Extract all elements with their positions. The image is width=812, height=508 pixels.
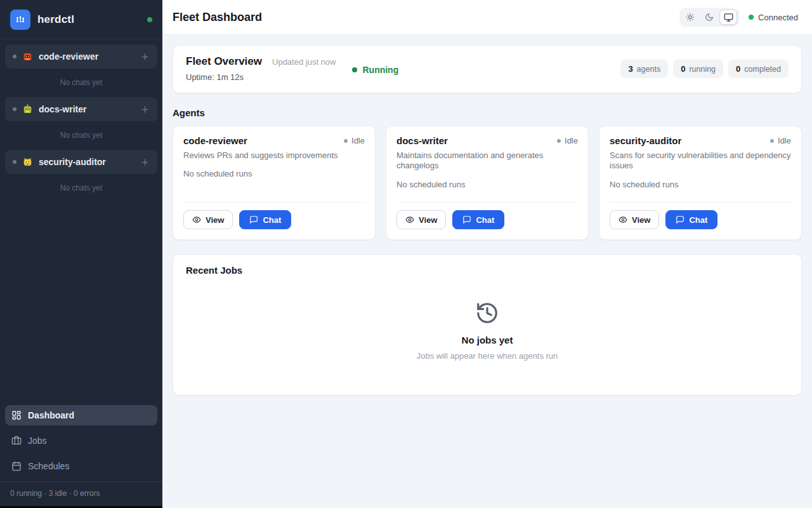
- agent-card-schedule: No scheduled runs: [396, 180, 578, 189]
- new-chat-plus-icon[interactable]: [140, 157, 150, 167]
- sidebar-item-jobs[interactable]: Jobs: [5, 431, 157, 451]
- sidebar-agent-name: docs-writer: [39, 104, 86, 114]
- chat-label: Chat: [476, 215, 494, 225]
- chat-label: Chat: [689, 215, 707, 225]
- sidebar-item-dashboard[interactable]: Dashboard: [5, 405, 157, 425]
- agent-card-description: Scans for security vulnerabilities and d…: [610, 150, 791, 171]
- robot-yellow-icon: [22, 157, 33, 168]
- sidebar-nav: Dashboard Jobs Schedules: [0, 400, 162, 481]
- idle-label: Idle: [778, 136, 791, 145]
- running-label: Running: [362, 65, 398, 75]
- running-count-badge: 0 running: [673, 60, 723, 78]
- agent-card-security-auditor: security-auditor Idle Scans for security…: [599, 126, 802, 240]
- eye-icon: [405, 215, 414, 224]
- chat-bubble-icon: [249, 215, 258, 224]
- sun-icon: [686, 13, 695, 22]
- agent-card-docs-writer: docs-writer Idle Maintains documentation…: [386, 126, 589, 240]
- agent-card-status: Idle: [770, 136, 791, 145]
- agent-card-description: Maintains documentation and generates ch…: [396, 150, 578, 171]
- sidebar-agent-list: code-reviewer No chats yet docs-writer N…: [0, 39, 162, 400]
- connected-label: Connected: [758, 13, 798, 22]
- sidebar-status-summary: 0 running · 3 idle · 0 errors: [0, 481, 162, 506]
- top-header: Fleet Dashboard: [162, 0, 812, 35]
- running-dot: [352, 67, 357, 72]
- jobs-empty-subtitle: Jobs will appear here when agents run: [417, 351, 558, 361]
- connected-dot: [749, 15, 754, 20]
- badge-label: running: [689, 65, 716, 74]
- chat-button[interactable]: Chat: [665, 210, 717, 229]
- no-chats-label: No chats yet: [5, 78, 157, 87]
- view-label: View: [419, 215, 437, 225]
- app-title: herdctl: [37, 13, 74, 26]
- agent-card-name: docs-writer: [396, 135, 448, 146]
- idle-dot: [344, 139, 348, 143]
- agent-card-actions: View Chat: [396, 202, 578, 229]
- agent-status-dot: [13, 55, 16, 58]
- chat-button[interactable]: Chat: [239, 210, 291, 229]
- overview-badges: 3 agents 0 running 0 completed: [620, 60, 789, 78]
- overview-left: Fleet Overview Updated just now Uptime: …: [186, 55, 336, 82]
- sidebar-agent-docs-writer[interactable]: docs-writer: [5, 97, 157, 121]
- sidebar: herdctl code-reviewer No chats yet: [0, 0, 162, 508]
- presence-dot: [147, 17, 152, 22]
- briefcase-icon: [11, 436, 22, 446]
- theme-system-button[interactable]: [719, 10, 737, 25]
- dashboard-icon: [11, 410, 22, 420]
- sidebar-agent-name: code-reviewer: [39, 51, 98, 62]
- no-chats-label: No chats yet: [5, 131, 157, 140]
- sidebar-item-schedules[interactable]: Schedules: [5, 456, 157, 476]
- nav-label: Dashboard: [28, 410, 74, 420]
- main-column: Fleet Dashboard: [162, 0, 812, 508]
- sidebar-agent-name: security-auditor: [39, 157, 106, 167]
- sidebar-agent-code-reviewer[interactable]: code-reviewer: [5, 44, 157, 69]
- page-title: Fleet Dashboard: [173, 11, 262, 24]
- badge-value: 0: [736, 64, 740, 74]
- fleet-overview-card: Fleet Overview Updated just now Uptime: …: [173, 45, 802, 93]
- view-button[interactable]: View: [610, 210, 659, 229]
- theme-light-button[interactable]: [681, 10, 699, 25]
- chat-label: Chat: [263, 215, 281, 225]
- overview-uptime: Uptime: 1m 12s: [186, 72, 336, 82]
- agent-card-status: Idle: [557, 136, 578, 145]
- agents-count-badge: 3 agents: [620, 60, 668, 78]
- idle-label: Idle: [351, 136, 365, 145]
- fleet-status: Running: [352, 65, 398, 75]
- overview-title: Fleet Overview: [186, 55, 262, 68]
- badge-value: 3: [628, 64, 632, 74]
- recent-jobs-heading: Recent Jobs: [186, 265, 789, 276]
- agent-card-actions: View Chat: [183, 202, 365, 229]
- view-button[interactable]: View: [183, 210, 233, 229]
- main-content: Fleet Overview Updated just now Uptime: …: [162, 35, 812, 508]
- theme-toggle: [679, 8, 739, 27]
- theme-dark-button[interactable]: [700, 10, 718, 25]
- badge-label: completed: [744, 65, 781, 74]
- badge-label: agents: [637, 65, 661, 74]
- chat-button[interactable]: Chat: [452, 210, 504, 229]
- idle-dot: [557, 139, 561, 143]
- view-button[interactable]: View: [396, 210, 446, 229]
- herdctl-logo-icon: [10, 10, 30, 30]
- new-chat-plus-icon[interactable]: [140, 52, 150, 62]
- agent-card-actions: View Chat: [610, 202, 791, 229]
- jobs-empty-state: No jobs yet Jobs will appear here when a…: [186, 276, 789, 395]
- agent-card-name: code-reviewer: [183, 135, 247, 146]
- history-icon: [475, 301, 499, 325]
- agent-card-description: Reviews PRs and suggests improvements: [183, 150, 365, 161]
- chat-bubble-icon: [462, 215, 471, 224]
- calendar-icon: [11, 461, 22, 471]
- sidebar-header: herdctl: [0, 0, 162, 39]
- sidebar-agent-security-auditor[interactable]: security-auditor: [5, 150, 157, 174]
- completed-count-badge: 0 completed: [728, 60, 789, 78]
- connection-status: Connected: [749, 13, 798, 22]
- no-chats-label: No chats yet: [5, 184, 157, 192]
- agent-card-name: security-auditor: [610, 135, 681, 146]
- view-label: View: [206, 215, 224, 225]
- nav-label: Schedules: [28, 461, 69, 471]
- idle-label: Idle: [565, 136, 578, 145]
- agent-cards-grid: code-reviewer Idle Reviews PRs and sugge…: [173, 126, 802, 240]
- new-chat-plus-icon[interactable]: [140, 105, 150, 114]
- view-label: View: [632, 215, 650, 225]
- robot-green-icon: [22, 104, 33, 115]
- nav-label: Jobs: [28, 436, 47, 446]
- eye-icon: [192, 215, 201, 224]
